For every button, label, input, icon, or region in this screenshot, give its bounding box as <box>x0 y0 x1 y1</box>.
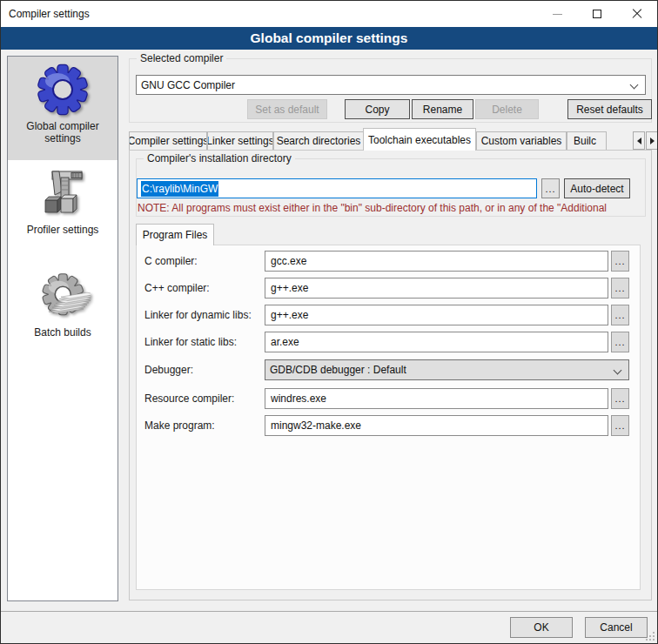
dialog-banner: Global compiler settings <box>1 27 657 50</box>
linker-dynamic-browse-button[interactable]: ... <box>611 305 629 325</box>
installation-directory-value: C:\raylib\MinGW <box>141 181 218 197</box>
settings-category-list: Global compiler settings <box>7 56 118 601</box>
installation-directory-input[interactable]: C:\raylib\MinGW <box>137 178 537 198</box>
copy-button[interactable]: Copy <box>345 99 410 119</box>
set-as-default-button[interactable]: Set as default <box>247 99 327 119</box>
debugger-select-value: GDB/CDB debugger : Default <box>270 364 406 376</box>
chevron-down-icon <box>630 81 639 90</box>
close-icon <box>632 9 642 19</box>
cpp-compiler-input[interactable] <box>265 278 608 299</box>
chevron-down-icon <box>614 366 622 375</box>
debugger-label: Debugger: <box>144 359 262 380</box>
maximize-icon <box>593 10 601 18</box>
arrow-left-icon <box>637 138 641 144</box>
cpp-compiler-label: C++ compiler: <box>144 278 262 299</box>
linker-static-input[interactable] <box>265 332 608 352</box>
c-compiler-input[interactable] <box>265 251 608 272</box>
compiler-select[interactable]: GNU GCC Compiler <box>136 75 646 95</box>
make-program-label: Make program: <box>144 415 262 436</box>
resource-compiler-input[interactable] <box>265 388 608 409</box>
linker-static-label: Linker for static libs: <box>144 332 262 352</box>
c-compiler-browse-button[interactable]: ... <box>611 251 629 272</box>
tab-custom-variables[interactable]: Custom variables <box>476 131 567 151</box>
caliper-icon <box>35 165 91 221</box>
make-program-browse-button[interactable]: ... <box>611 415 629 436</box>
sidebar-item-label: Profiler settings <box>27 224 99 236</box>
selected-compiler-group-label: Selected compiler <box>137 52 226 64</box>
autodetect-button[interactable]: Auto-detect <box>564 178 630 198</box>
resource-compiler-label: Resource compiler: <box>144 388 262 409</box>
linker-static-browse-button[interactable]: ... <box>611 332 629 352</box>
sidebar-item-label: Batch builds <box>34 326 91 339</box>
ok-button[interactable]: OK <box>510 617 573 638</box>
compiler-select-value: GNU GCC Compiler <box>141 79 235 91</box>
tab-toolchain-executables[interactable]: Toolchain executables <box>363 128 476 151</box>
arrow-right-icon <box>650 138 655 144</box>
close-button[interactable] <box>617 1 657 27</box>
installation-directory-browse-button[interactable]: ... <box>541 178 560 198</box>
cpp-compiler-browse-button[interactable]: ... <box>611 278 629 299</box>
linker-dynamic-input[interactable] <box>265 305 608 325</box>
linker-dynamic-label: Linker for dynamic libs: <box>144 305 262 325</box>
installation-directory-group-label: Compiler's installation directory <box>144 152 295 164</box>
tab-build-options-clipped[interactable]: Builc <box>567 131 607 151</box>
gear-stack-icon <box>35 268 91 324</box>
tab-linker-settings[interactable]: Linker settings <box>207 131 273 151</box>
cancel-button[interactable]: Cancel <box>585 617 648 638</box>
sidebar-item-batch-builds[interactable]: Batch builds <box>8 263 118 366</box>
minimize-button[interactable] <box>537 1 577 27</box>
tab-scroll-right-button[interactable] <box>646 131 658 150</box>
make-program-input[interactable] <box>265 415 608 436</box>
rename-button[interactable]: Rename <box>412 99 473 119</box>
maximize-button[interactable] <box>577 1 617 27</box>
window-title: Compiler settings <box>1 8 537 20</box>
compiler-settings-dialog: Compiler settings Global compiler settin… <box>0 0 658 644</box>
sidebar-item-profiler-settings[interactable]: Profiler settings <box>8 160 118 263</box>
debugger-select[interactable]: GDB/CDB debugger : Default <box>265 359 629 380</box>
reset-defaults-button[interactable]: Reset defaults <box>567 99 652 119</box>
sidebar-item-global-compiler-settings[interactable]: Global compiler settings <box>8 57 118 160</box>
delete-button[interactable]: Delete <box>475 99 539 119</box>
bin-subdirectory-note: NOTE: All programs must exist either in … <box>138 202 641 216</box>
minimize-icon <box>553 14 562 15</box>
resource-compiler-browse-button[interactable]: ... <box>611 388 629 409</box>
subtab-program-files[interactable]: Program Files <box>136 224 214 245</box>
tab-search-directories[interactable]: Search directories <box>273 131 364 151</box>
sidebar-item-label: Global compiler settings <box>8 120 118 144</box>
tab-compiler-settings[interactable]: Compiler settings <box>129 131 207 151</box>
c-compiler-label: C compiler: <box>144 251 262 272</box>
tab-scroll-left-button[interactable] <box>633 131 645 150</box>
resize-grip[interactable] <box>646 632 655 641</box>
titlebar: Compiler settings <box>1 1 657 27</box>
footer-divider <box>1 611 657 612</box>
blue-gear-icon <box>35 62 91 117</box>
